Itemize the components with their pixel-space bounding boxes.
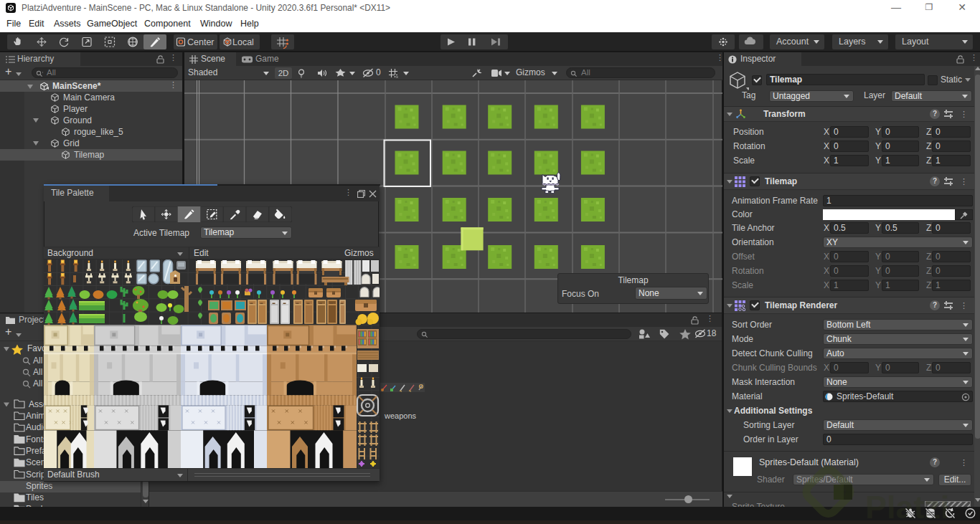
svg-text:Center: Center	[187, 37, 215, 47]
svg-text:Local: Local	[232, 37, 254, 47]
